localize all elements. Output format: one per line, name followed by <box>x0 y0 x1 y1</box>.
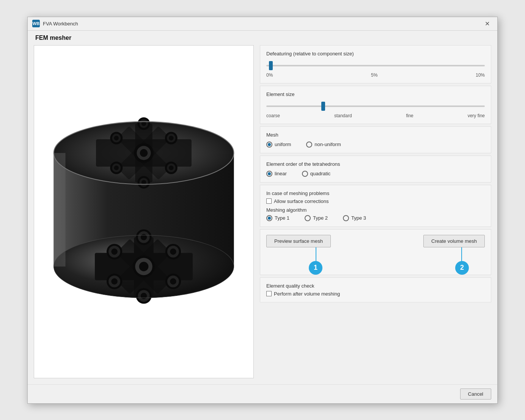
linear-option[interactable]: linear <box>266 171 287 177</box>
linear-radio[interactable] <box>266 171 272 177</box>
quadratic-radio[interactable] <box>302 171 308 177</box>
element-size-label: Element size <box>266 91 485 97</box>
svg-point-14 <box>141 234 147 240</box>
mesh-uniform-dot <box>268 143 271 146</box>
surface-corrections-row[interactable]: Allow surface corrections <box>266 198 485 204</box>
type2-option[interactable]: Type 2 <box>305 215 328 221</box>
element-size-slider-row[interactable] <box>266 101 485 112</box>
mesh-uniform-option[interactable]: uniform <box>266 142 291 148</box>
settings-panel: Defeaturing (relative to component size)… <box>260 45 491 378</box>
element-size-thumb[interactable] <box>321 102 325 111</box>
close-button[interactable]: ✕ <box>481 18 493 29</box>
svg-point-46 <box>114 135 119 140</box>
type1-radio[interactable] <box>266 215 272 221</box>
type3-option[interactable]: Type 3 <box>343 215 366 221</box>
element-quality-label: Element quality check <box>266 283 485 289</box>
quadratic-option[interactable]: quadratic <box>302 171 330 177</box>
svg-point-26 <box>111 278 118 285</box>
quadratic-label: quadratic <box>310 171 330 176</box>
perform-after-checkbox[interactable] <box>266 291 272 296</box>
algorithm-radio-row: Type 1 Type 2 Type 3 <box>266 215 485 221</box>
type1-option[interactable]: Type 1 <box>266 215 289 221</box>
element-order-label: Element order of the tetrahedrons <box>266 161 485 167</box>
type3-radio[interactable] <box>343 215 349 221</box>
3d-preview-panel <box>34 45 254 378</box>
create-volume-mesh-button[interactable]: Create volume mesh <box>423 235 485 247</box>
page-title: FEM mesher <box>28 31 497 45</box>
type1-label: Type 1 <box>275 215 289 221</box>
element-quality-section: Element quality check Perform after volu… <box>260 277 491 302</box>
linear-label: linear <box>275 171 287 176</box>
mesh-uniform-radio[interactable] <box>266 142 272 148</box>
callout1-line <box>316 247 316 263</box>
action-buttons-row: Preview surface mesh Create volume mesh <box>266 235 485 247</box>
window-title: FVA Workbench <box>43 21 481 27</box>
mesh-nonuniform-option[interactable]: non-uniform <box>306 142 341 148</box>
element-size-labels: coarse standard fine very fine <box>266 113 485 118</box>
svg-point-23 <box>111 249 118 255</box>
svg-point-20 <box>170 249 176 255</box>
bottom-bar: Cancel <box>28 384 497 403</box>
svg-point-17 <box>141 293 147 299</box>
callout-bubble-2: 2 <box>455 261 469 275</box>
callouts-row: 1 2 <box>266 250 485 269</box>
surface-corrections-checkbox[interactable] <box>266 198 272 204</box>
svg-point-49 <box>169 165 173 170</box>
preview-surface-mesh-button[interactable]: Preview surface mesh <box>266 235 331 247</box>
perform-after-label: Perform after volume meshing <box>274 291 340 297</box>
svg-point-43 <box>169 135 173 140</box>
type3-label: Type 3 <box>351 215 366 221</box>
defeaturing-slider-row[interactable] <box>266 60 485 71</box>
meshing-algorithm-label: Meshing algorithm <box>266 207 485 213</box>
callout2-line <box>461 247 462 263</box>
mesh-section: Mesh uniform non-uniform <box>260 126 491 153</box>
type1-dot <box>268 217 271 220</box>
svg-point-52 <box>114 165 119 170</box>
defeaturing-label: Defeaturing (relative to component size) <box>266 51 485 57</box>
perform-after-row[interactable]: Perform after volume meshing <box>266 291 485 297</box>
callout-bubble-1: 1 <box>309 261 322 275</box>
cancel-button[interactable]: Cancel <box>460 389 491 400</box>
title-bar: WB FVA Workbench ✕ <box>28 17 497 31</box>
meshing-problems-section: In case of meshing problems Allow surfac… <box>260 185 491 227</box>
defeaturing-thumb[interactable] <box>269 61 273 70</box>
mesh-label: Mesh <box>266 132 485 138</box>
mesh-radio-row: uniform non-uniform <box>266 142 485 148</box>
meshing-problems-label: In case of meshing problems <box>266 190 485 196</box>
defeaturing-labels: 0% 5% 10% <box>266 72 485 78</box>
type2-radio[interactable] <box>305 215 311 221</box>
mesh-nonuniform-label: non-uniform <box>314 142 341 147</box>
mesh-nonuniform-radio[interactable] <box>306 142 312 148</box>
svg-rect-56 <box>54 153 66 266</box>
mesh-uniform-label: uniform <box>275 142 291 147</box>
defeaturing-section: Defeaturing (relative to component size)… <box>260 45 491 83</box>
main-content: Defeaturing (relative to component size)… <box>28 45 497 384</box>
linear-dot <box>268 172 271 175</box>
element-size-section: Element size coarse standard fine very f… <box>260 86 491 124</box>
type2-label: Type 2 <box>313 215 328 221</box>
element-order-section: Element order of the tetrahedrons linear… <box>260 156 491 182</box>
svg-point-11 <box>139 262 149 271</box>
action-section: Preview surface mesh Create volume mesh … <box>260 229 491 275</box>
element-order-radio-row: linear quadratic <box>266 171 485 177</box>
surface-corrections-label: Allow surface corrections <box>274 198 329 204</box>
svg-point-29 <box>170 278 176 285</box>
app-logo: WB <box>32 20 40 27</box>
svg-point-37 <box>140 149 148 157</box>
